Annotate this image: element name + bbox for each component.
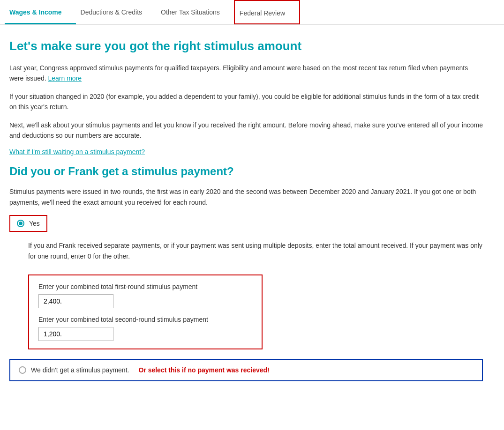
tab-federal-review[interactable]: Federal Review [234,0,300,24]
no-payment-radio-circle [19,366,26,374]
no-payment-warning-text: Or select this if no payment was recieve… [138,366,269,374]
main-content: Let's make sure you got the right stimul… [0,25,492,398]
stimulus-input-area: Enter your combined total first-round st… [28,274,263,349]
first-round-input[interactable] [38,294,113,308]
yes-radio-option[interactable]: Yes [9,215,47,232]
second-round-input[interactable] [38,327,113,341]
first-round-group: Enter your combined total first-round st… [38,283,252,308]
paragraph-1: Last year, Congress approved stimulus pa… [9,63,483,84]
yes-sub-text-1: If you and Frank received separate payme… [28,242,408,249]
no-payment-radio-option[interactable]: We didn't get a stimulus payment. Or sel… [9,359,483,381]
page-heading-1: Let's make sure you got the right stimul… [9,39,483,53]
no-payment-radio-label: We didn't get a stimulus payment. [31,366,129,374]
yes-radio-label: Yes [29,220,40,227]
tab-deductions-credits[interactable]: Deductions & Credits [76,0,157,24]
yes-subcontent: If you and Frank received separate payme… [28,240,483,349]
learn-more-link[interactable]: Learn more [48,74,82,82]
page-heading-2: Did you or Frank get a stimulus payment? [9,165,483,178]
second-round-label: Enter your combined total second-round s… [38,316,252,323]
yes-sub-text: If you and Frank received separate payme… [28,240,483,261]
tab-wages-income[interactable]: Wages & Income [5,0,76,24]
nav-tabs: Wages & Income Deductions & Credits Othe… [0,0,504,25]
stimulus-description: Stimulus payments were issued in two rou… [9,186,483,208]
first-round-label: Enter your combined total first-round st… [38,283,252,290]
paragraph-3: Next, we'll ask about your stimulus paym… [9,120,483,141]
radio-group: Yes If you and Frank received separate p… [9,215,483,381]
paragraph-2: If your situation changed in 2020 (for e… [9,91,483,112]
second-round-group: Enter your combined total second-round s… [38,316,252,341]
yes-radio-circle [17,220,24,227]
tab-other-tax-situations[interactable]: Other Tax Situations [156,0,234,24]
waiting-link[interactable]: What if I'm still waiting on a stimulus … [9,148,145,156]
